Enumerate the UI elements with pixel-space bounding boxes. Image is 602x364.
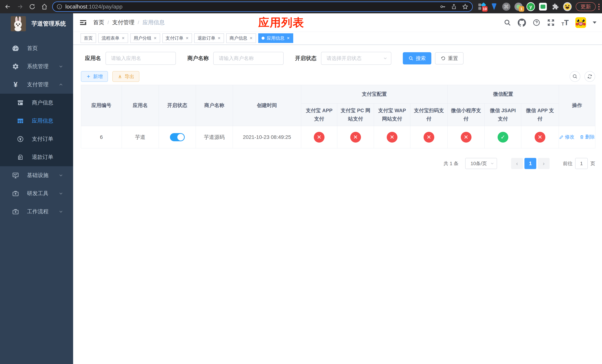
refresh-table-button[interactable] [584,71,595,82]
sidebar-item-refund-order[interactable]: 退款订单 [0,148,73,166]
tab-home[interactable]: 首页 [81,33,96,43]
chevron-down-icon [58,191,64,196]
filter-form: 应用名 商户名称 开启状态 搜索 [81,52,595,65]
fullscreen-icon[interactable] [547,19,555,26]
close-icon[interactable]: ✕ [154,36,157,40]
chevron-up-icon [58,82,64,87]
browser-back-button[interactable] [3,1,13,12]
page-number-current[interactable]: 1 [525,158,536,169]
cell-app-id: 6 [81,126,122,148]
site-info-icon[interactable] [56,4,62,10]
prev-page-button[interactable]: ‹ [511,158,523,169]
share-icon[interactable] [451,3,457,10]
browser-home-button[interactable] [39,1,50,12]
table-row: 6 芋道 芋道源码 2021-10-23 08:49:25 ✕ ✕ ✕ ✕ ✕ … [81,126,595,148]
edit-link[interactable]: 修改 [559,134,574,140]
tab-app-info[interactable]: 应用信息✕ [258,33,293,43]
close-icon[interactable]: ✕ [186,36,189,40]
breadcrumb-separator: / [108,20,109,25]
app-table: 应用编号 应用名 开启状态 商户名称 创建时间 支付宝配置 微信配置 操作 支付… [81,85,595,148]
next-page-button[interactable]: › [538,158,550,169]
tags-view-bar: 首页 流程表单✕ 用户分组✕ 支付订单✕ 退款订单✕ 商户信息✕ 应用信息✕ [73,32,602,45]
extension-chat-icon[interactable] [539,2,547,11]
sidebar-item-system[interactable]: 系统管理 [0,57,73,75]
sidebar-item-pay-order[interactable]: 支付订单 [0,130,73,148]
export-button[interactable]: 导出 [112,71,140,82]
close-icon[interactable]: ✕ [249,36,253,40]
sidebar-item-workflow[interactable]: 工作流程 [0,203,73,221]
tab-user-group[interactable]: 用户分组✕ [130,33,160,43]
close-icon[interactable]: ✕ [287,36,290,40]
app-name-input[interactable] [106,52,176,65]
avatar-caret-icon[interactable] [593,21,596,24]
goto-unit: 页 [590,160,595,167]
url-path: :1024/pay/app [87,3,122,10]
font-size-icon[interactable]: TT [561,19,569,26]
app-name-label: 应用名 [85,55,101,62]
sidebar-item-merchant-info[interactable]: 商户信息 [0,94,73,112]
close-icon[interactable]: ✕ [217,36,221,40]
extension-grid-icon[interactable]: 10 [478,2,486,11]
reset-button[interactable]: 重置 [435,52,463,64]
show-search-toggle-button[interactable] [570,71,580,82]
app-logo-rabbit [11,16,26,31]
pay-submenu: 商户信息 应用信息 支付订单 [0,94,73,166]
cell-app-name: 芋道 [122,126,159,148]
sidebar-item-app-info[interactable]: 应用信息 [0,112,73,130]
col-status: 开启状态 [159,85,196,126]
password-key-icon[interactable] [440,3,446,10]
search-button[interactable]: 搜索 [403,52,431,64]
breadcrumb-home[interactable]: 首页 [93,19,104,26]
extensions-puzzle-icon[interactable] [551,2,559,11]
status-label: 开启状态 [295,55,317,62]
extension-yuque-icon[interactable]: y [527,2,535,11]
github-icon[interactable] [518,19,526,27]
col-created: 创建时间 [233,85,301,126]
user-avatar[interactable] [575,17,586,28]
bookmark-star-icon[interactable] [462,3,469,10]
chevron-down-icon [58,209,64,214]
app-title: 芋道管理系统 [32,20,66,28]
sidebar-item-label: 首页 [27,45,38,52]
extension-command-icon[interactable]: ⌘ [502,2,511,11]
chevron-down-icon [490,161,494,166]
col-wx-mini: 微信小程序支付 [448,104,485,126]
alipay-wap-status-icon: ✕ [387,132,398,143]
browser-update-button[interactable]: 更新 [576,2,596,11]
status-toggle[interactable] [170,133,185,141]
add-button[interactable]: 新增 [81,71,108,82]
goto-page-input[interactable] [575,158,588,169]
sidebar-item-infra[interactable]: 基础设施 [0,166,73,184]
address-bar[interactable]: localhost:1024/pay/app [52,1,473,12]
document-icon [16,154,24,161]
merchant-name-input[interactable] [213,52,284,65]
total-count: 共 1 条 [443,160,459,167]
tab-process-form[interactable]: 流程表单✕ [98,33,128,43]
status-select[interactable] [321,52,391,65]
browser-menu-icon[interactable] [598,4,600,10]
sidebar-item-dev-tools[interactable]: 研发工具 [0,184,73,203]
sidebar-item-label: 系统管理 [27,63,49,70]
browser-forward-button[interactable] [15,1,25,12]
extension-kite-icon[interactable] [490,2,498,11]
tab-refund-order[interactable]: 退款订单✕ [194,33,224,43]
tab-pay-order[interactable]: 支付订单✕ [162,33,192,43]
profile-emoji-icon[interactable] [563,2,572,11]
col-actions: 操作 [559,85,595,126]
sidebar-item-pay[interactable]: ¥ 支付管理 [0,75,73,94]
pagination: 共 1 条 10条/页 ‹ 1 › 前往 页 [81,158,595,169]
monitor-chart-icon [11,172,20,179]
sidebar-fold-icon[interactable] [79,19,87,27]
sidebar-item-home[interactable]: 首页 [0,39,73,57]
close-icon[interactable]: ✕ [122,36,125,40]
merchant-name-label: 商户名称 [187,55,209,62]
header-search-icon[interactable] [504,19,511,26]
app-logo-row[interactable]: 芋道管理系统 [0,13,73,34]
delete-link[interactable]: 删除 [580,134,595,140]
help-icon[interactable] [533,19,540,26]
col-alipay-pc: 支付宝 PC 网站支付 [337,104,374,126]
page-size-select[interactable]: 10条/页 [465,158,497,169]
extension-recorder-icon[interactable]: 1 [514,2,523,11]
browser-reload-button[interactable] [27,1,37,12]
tab-merchant-info[interactable]: 商户信息✕ [226,33,256,43]
